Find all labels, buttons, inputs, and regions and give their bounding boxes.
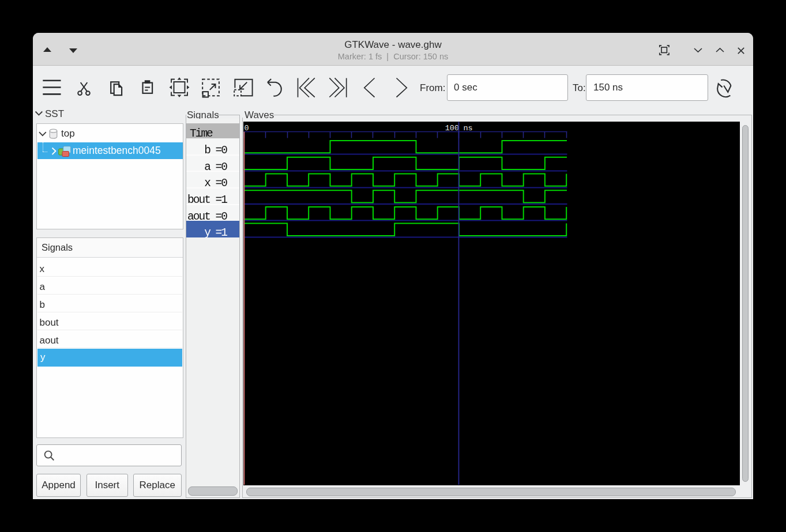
svg-text:100: 100 — [445, 124, 459, 133]
svg-text:ns: ns — [464, 124, 473, 133]
svg-text:0: 0 — [245, 124, 249, 133]
